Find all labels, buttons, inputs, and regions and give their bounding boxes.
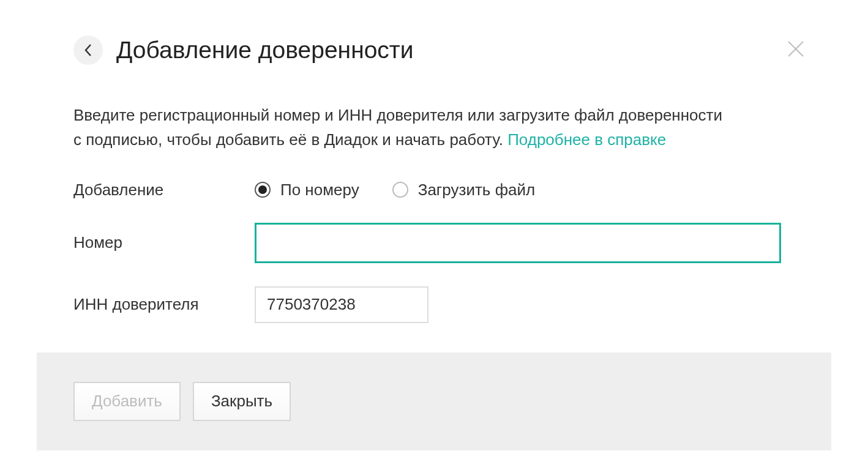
add-button[interactable]: Добавить	[73, 382, 181, 421]
dialog-title: Добавление доверенности	[116, 37, 414, 64]
help-link[interactable]: Подробнее в справке	[507, 130, 666, 149]
chevron-left-icon	[84, 43, 92, 57]
back-button[interactable]	[73, 35, 103, 65]
inn-input[interactable]	[255, 286, 428, 323]
radio-upload-label: Загрузить файл	[418, 181, 535, 200]
radio-by-number[interactable]: По номеру	[255, 181, 359, 200]
close-icon	[787, 40, 805, 58]
dialog-footer: Добавить Закрыть	[37, 352, 831, 450]
number-input[interactable]	[255, 223, 781, 263]
radio-circle-icon	[255, 182, 271, 198]
description-text: Введите регистрационный номер и ИНН дове…	[73, 103, 722, 152]
dialog-body: Введите регистрационный номер и ИНН дове…	[37, 77, 831, 352]
inn-row: ИНН доверителя	[73, 286, 795, 323]
number-row: Номер	[73, 223, 795, 263]
add-method-label: Добавление	[73, 181, 255, 200]
close-dialog-button[interactable]: Закрыть	[193, 382, 291, 421]
dialog-header: Добавление доверенности	[37, 0, 831, 77]
radio-circle-icon	[392, 182, 408, 198]
inn-label: ИНН доверителя	[73, 295, 255, 314]
number-label: Номер	[73, 233, 255, 252]
add-power-of-attorney-dialog: Добавление доверенности Введите регистра…	[37, 0, 831, 450]
radio-by-number-label: По номеру	[280, 181, 359, 200]
add-method-row: Добавление По номеру Загрузить файл	[73, 181, 795, 200]
radio-upload-file[interactable]: Загрузить файл	[392, 181, 535, 200]
close-button[interactable]	[785, 38, 807, 60]
add-method-radio-group: По номеру Загрузить файл	[255, 181, 535, 200]
